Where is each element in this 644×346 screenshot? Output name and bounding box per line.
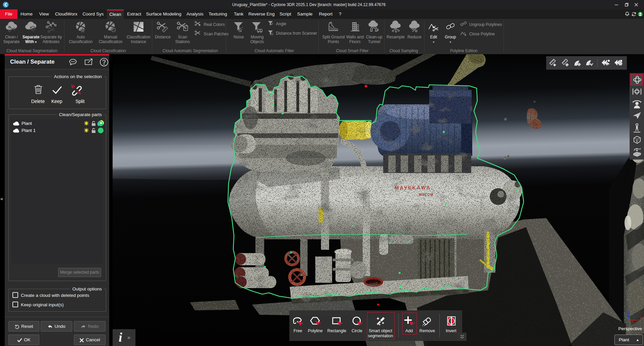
svg-text:MAYEKAWA: MAYEKAWA — [395, 184, 431, 191]
svg-text:MYCOM: MYCOM — [419, 193, 433, 197]
svg-text:X: X — [640, 316, 642, 321]
